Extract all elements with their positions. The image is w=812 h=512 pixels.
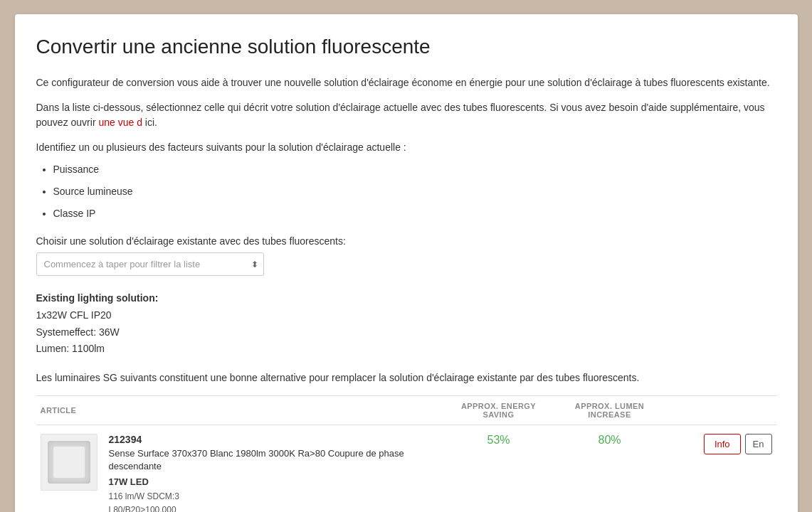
identify-label: Identifiez un ou plusieurs des facteurs … [36, 140, 776, 155]
existing-solution-line3: Lumen: 1100lm [36, 343, 105, 354]
table-row: 212394 Sense Surface 370x370 Blanc 1980l… [36, 425, 776, 512]
col-header-article: ARTICLE [36, 396, 443, 425]
product-image [48, 441, 90, 484]
product-thumbnail [41, 434, 97, 491]
info-button[interactable]: Info [704, 434, 741, 454]
results-table: ARTICLE APPROX. ENERGY SAVING APPROX. LU… [36, 395, 776, 512]
existing-solution-line2: Systemeffect: 36W [36, 326, 120, 338]
td-lumen-increase: 80% [554, 425, 665, 512]
col-header-actions [665, 396, 776, 425]
select-wrapper: Commencez à taper pour filtrer la liste … [36, 252, 264, 276]
intro2-link[interactable]: une vue d [98, 117, 142, 128]
main-card: Convertir une ancienne solution fluoresc… [15, 14, 798, 512]
product-power: 17W LED [109, 476, 439, 487]
alternative-text: Les luminaires SG suivants constituent u… [36, 370, 776, 385]
intro-text-2: Dans la liste ci-dessous, sélectionnez c… [36, 100, 776, 130]
energy-button[interactable]: En [745, 434, 772, 454]
bullet-item-classe: Classe IP [53, 206, 776, 221]
existing-solution-label: Existing lighting solution: [36, 292, 159, 304]
bullet-item-puissance: Puissance [53, 162, 776, 177]
intro-text-1: Ce configurateur de conversion vous aide… [36, 75, 776, 90]
bullet-list: Puissance Source lumineuse Classe IP [53, 162, 776, 221]
product-spec: 116 lm/W SDCM:3L80/B20>100,000Directe, O… [109, 490, 439, 512]
existing-solution-line1: 1x32W CFL IP20 [36, 309, 112, 321]
intro2-after: ici. [145, 117, 157, 128]
col-header-energy: APPROX. ENERGY SAVING [443, 396, 554, 425]
td-article: 212394 Sense Surface 370x370 Blanc 1980l… [36, 425, 443, 512]
product-info: 212394 Sense Surface 370x370 Blanc 1980l… [109, 434, 439, 512]
product-id: 212394 [109, 434, 439, 445]
lumen-increase-value: 80% [598, 434, 621, 446]
bullet-item-source: Source lumineuse [53, 184, 776, 199]
col-header-lumen: APPROX. LUMEN INCREASE [554, 396, 665, 425]
page-title: Convertir une ancienne solution fluoresc… [36, 36, 776, 58]
existing-solution-block: Existing lighting solution: 1x32W CFL IP… [36, 290, 776, 358]
energy-saving-value: 53% [487, 434, 510, 446]
td-energy-saving: 53% [443, 425, 554, 512]
chooser-label: Choisir une solution d'éclairage existan… [36, 235, 776, 247]
product-name: Sense Surface 370x370 Blanc 1980lm 3000K… [109, 447, 439, 473]
td-actions: Info En [665, 425, 776, 512]
lighting-solution-select[interactable]: Commencez à taper pour filtrer la liste [36, 252, 264, 276]
